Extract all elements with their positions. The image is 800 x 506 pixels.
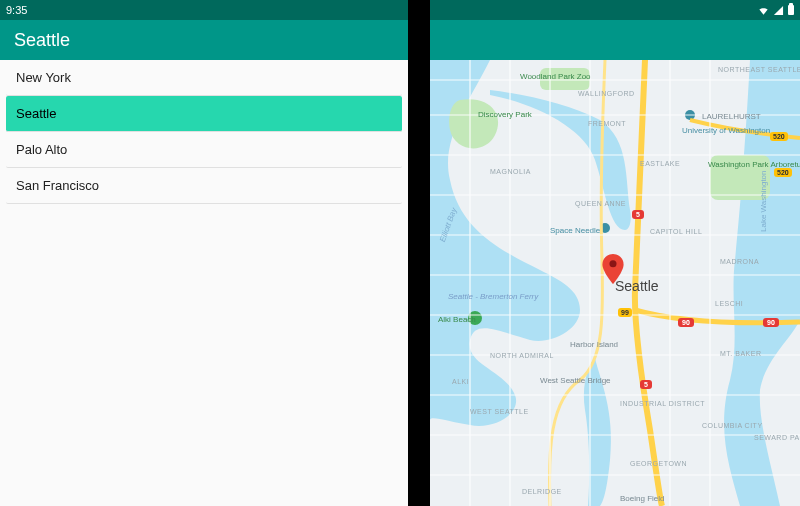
wifi-icon bbox=[758, 5, 769, 16]
map-marker-icon[interactable] bbox=[602, 254, 624, 284]
area-leschi: LESCHI bbox=[715, 300, 743, 307]
area-delridge: DELRIDGE bbox=[522, 488, 562, 495]
area-madrona: MADRONA bbox=[720, 258, 759, 265]
shield-i-90: 90 bbox=[678, 318, 694, 327]
shield-i-5: 5 bbox=[640, 380, 652, 389]
shield-sr-520: 520 bbox=[770, 132, 788, 141]
signal-icon bbox=[773, 5, 784, 16]
list-item-label: Seattle bbox=[16, 106, 56, 121]
app-bar: Seattle bbox=[0, 20, 408, 60]
shield-sr-99: 99 bbox=[618, 308, 632, 317]
poi-boeing-field: Boeing Field bbox=[620, 494, 664, 503]
shield-i-5: 5 bbox=[632, 210, 644, 219]
shield-i-90: 90 bbox=[763, 318, 779, 327]
area-northeast-seattle: NORTHEAST SEATTLE bbox=[718, 66, 800, 73]
poi-woodland-park-zoo: Woodland Park Zoo bbox=[520, 72, 591, 81]
clock-label: 9:35 bbox=[6, 4, 27, 16]
area-mt-baker: MT. BAKER bbox=[720, 350, 761, 357]
poi-university-of-washington: University of Washington bbox=[682, 126, 752, 135]
battery-icon bbox=[788, 5, 794, 15]
shield-sr-520: 520 bbox=[774, 168, 792, 177]
list-item-new-york[interactable]: New York bbox=[6, 60, 402, 96]
area-alki: ALKI bbox=[452, 378, 469, 385]
detail-pane: Woodland Park Zoo NORTHEAST SEATTLE WALL… bbox=[430, 0, 800, 506]
area-georgetown: GEORGETOWN bbox=[630, 460, 687, 467]
list-item-label: San Francisco bbox=[16, 178, 99, 193]
area-fremont: FREMONT bbox=[588, 120, 626, 127]
area-columbia-city: COLUMBIA CITY bbox=[702, 422, 763, 429]
area-west-seattle: WEST SEATTLE bbox=[470, 408, 529, 415]
map-view[interactable]: Woodland Park Zoo NORTHEAST SEATTLE WALL… bbox=[430, 60, 800, 506]
area-capitol-hill: CAPITOL HILL bbox=[650, 228, 702, 235]
area-queen-anne: QUEEN ANNE bbox=[575, 200, 626, 207]
list-item-seattle[interactable]: Seattle bbox=[6, 96, 402, 132]
area-seward-park: SEWARD PA bbox=[754, 434, 800, 441]
water-lake-washington: Lake Washington bbox=[759, 170, 768, 232]
poi-alki-beach: Alki Beach bbox=[438, 315, 476, 324]
split-screen-root: 9:35 Seattle New York Seattle Palo Alto … bbox=[0, 0, 800, 506]
area-industrial-district: INDUSTRIAL DISTRICT bbox=[620, 400, 680, 407]
area-laurelhurst: LAURELHURST bbox=[702, 112, 761, 121]
list-item-san-francisco[interactable]: San Francisco bbox=[6, 168, 402, 204]
status-bar-right bbox=[430, 0, 800, 20]
poi-harbor-island: Harbor Island bbox=[570, 340, 618, 349]
poi-discovery-park: Discovery Park bbox=[478, 110, 528, 119]
list-item-label: New York bbox=[16, 70, 71, 85]
city-list: New York Seattle Palo Alto San Francisco bbox=[0, 60, 408, 506]
app-bar-title: Seattle bbox=[14, 30, 70, 51]
route-ferry: Seattle - Bremerton Ferry bbox=[448, 292, 538, 301]
road-west-seattle-bridge: West Seattle Bridge bbox=[540, 376, 611, 385]
master-pane: 9:35 Seattle New York Seattle Palo Alto … bbox=[0, 0, 408, 506]
area-north-admiral: NORTH ADMIRAL bbox=[490, 352, 554, 359]
area-magnolia: MAGNOLIA bbox=[490, 168, 531, 175]
status-bar: 9:35 bbox=[0, 0, 408, 20]
list-item-label: Palo Alto bbox=[16, 142, 67, 157]
svg-point-6 bbox=[609, 260, 616, 267]
pane-divider bbox=[408, 0, 430, 506]
list-item-palo-alto[interactable]: Palo Alto bbox=[6, 132, 402, 168]
poi-space-needle: Space Needle bbox=[550, 226, 600, 235]
detail-app-bar bbox=[430, 20, 800, 60]
area-wallingford: WALLINGFORD bbox=[578, 90, 635, 97]
area-eastlake: EASTLAKE bbox=[640, 160, 680, 167]
